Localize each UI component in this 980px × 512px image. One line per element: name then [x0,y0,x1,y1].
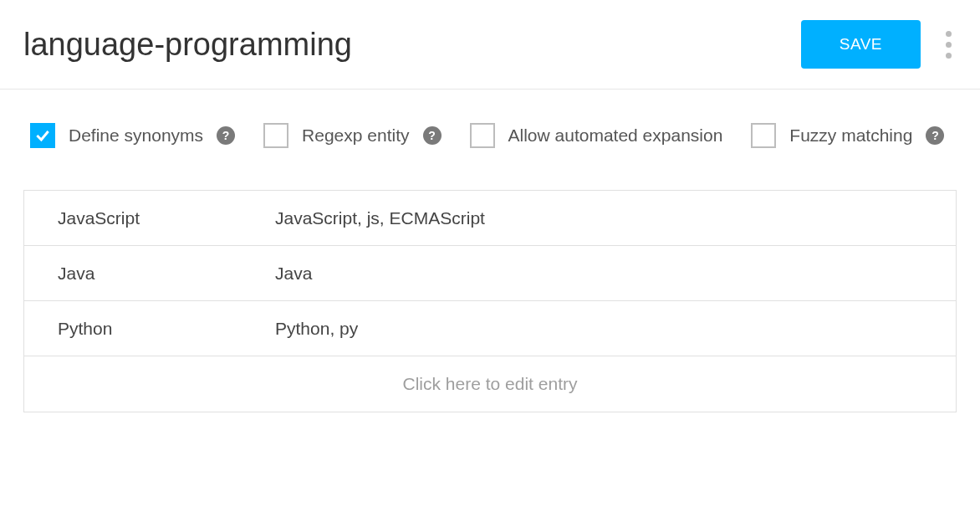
regexp-entity-label: Regexp entity [302,125,409,146]
option-allow-automated-expansion: Allow automated expansion [470,123,723,148]
entity-options: Define synonyms ? Regexp entity ? Allow … [0,90,980,165]
entries-table: JavaScript JavaScript, js, ECMAScript Ja… [23,190,957,412]
more-menu-button[interactable] [941,26,957,64]
dots-vertical-icon [946,31,952,37]
entry-synonyms[interactable]: Python, py [275,304,956,354]
header-actions: SAVE [801,20,957,69]
fuzzy-matching-label: Fuzzy matching [789,125,912,146]
save-button[interactable]: SAVE [801,20,921,69]
table-row[interactable]: Python Python, py [24,301,956,356]
help-icon[interactable]: ? [217,126,235,145]
page-title: language-programming [23,27,352,63]
table-row[interactable]: Java Java [24,246,956,301]
help-icon[interactable]: ? [926,126,944,145]
entries-section: JavaScript JavaScript, js, ECMAScript Ja… [0,165,980,412]
new-entry-placeholder[interactable]: Click here to edit entry [24,356,956,412]
table-row[interactable]: JavaScript JavaScript, js, ECMAScript [24,191,956,246]
define-synonyms-checkbox[interactable] [30,123,55,148]
option-fuzzy-matching: Fuzzy matching ? [751,123,944,148]
option-regexp-entity: Regexp entity ? [263,123,441,148]
define-synonyms-label: Define synonyms [69,125,203,146]
allow-automated-expansion-checkbox[interactable] [470,123,495,148]
entry-synonyms[interactable]: Java [275,248,956,299]
allow-automated-expansion-label: Allow automated expansion [508,125,723,146]
help-icon[interactable]: ? [423,126,442,145]
option-define-synonyms: Define synonyms ? [30,123,235,148]
entry-value[interactable]: Python [24,304,275,354]
check-icon [34,127,51,144]
entry-value[interactable]: JavaScript [24,193,275,243]
regexp-entity-checkbox[interactable] [263,123,288,148]
entry-synonyms[interactable]: JavaScript, js, ECMAScript [275,193,956,243]
entry-value[interactable]: Java [24,248,275,299]
fuzzy-matching-checkbox[interactable] [751,123,776,148]
